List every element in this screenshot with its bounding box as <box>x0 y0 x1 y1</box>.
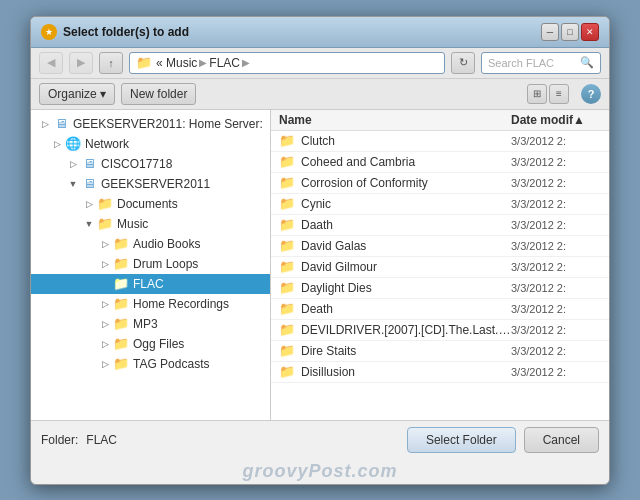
up-button[interactable]: ↑ <box>99 52 123 74</box>
tree-item-cisco[interactable]: ▷ 🖥 CISCO17718 <box>31 154 270 174</box>
view-buttons: ⊞ ≡ ? <box>527 84 601 104</box>
breadcrumb: « Music ▶ FLAC ▶ <box>156 56 250 70</box>
tree-label-mp3: MP3 <box>133 317 158 331</box>
col-date-header[interactable]: Date modif▲ <box>511 113 601 127</box>
tree-item-homerecordings[interactable]: ▷ 📁 Home Recordings <box>31 294 270 314</box>
cisco-icon: 🖥 <box>81 156 97 172</box>
organize-button[interactable]: Organize ▾ <box>39 83 115 105</box>
tree-item-documents[interactable]: ▷ 📁 Documents <box>31 194 270 214</box>
tree-item-flac[interactable]: 📁 FLAC <box>31 274 270 294</box>
action-bar: Organize ▾ New folder ⊞ ≡ ? <box>31 79 609 110</box>
folder-icon: 📁 <box>279 322 295 338</box>
file-name: Daath <box>301 218 511 232</box>
folder-icon: 📁 <box>279 238 295 254</box>
cancel-button[interactable]: Cancel <box>524 427 599 453</box>
flac-folder-icon: 📁 <box>113 276 129 292</box>
file-name: DEVILDRIVER.[2007].[CD].The.Last.Kind...… <box>301 323 511 337</box>
list-item[interactable]: 📁 David Gilmour 3/3/2012 2: <box>271 257 609 278</box>
tree-label-drumloops: Drum Loops <box>133 257 198 271</box>
list-item[interactable]: 📁 DEVILDRIVER.[2007].[CD].The.Last.Kind.… <box>271 320 609 341</box>
list-item[interactable]: 📁 Dire Staits 3/3/2012 2: <box>271 341 609 362</box>
tree-item-geekserver[interactable]: ▼ 🖥 GEEKSERVER2011 <box>31 174 270 194</box>
search-placeholder: Search FLAC <box>488 57 554 69</box>
file-list-header: Name Date modif▲ <box>271 110 609 131</box>
list-item[interactable]: 📁 Coheed and Cambria 3/3/2012 2: <box>271 152 609 173</box>
folder-icon: 📁 <box>279 343 295 359</box>
documents-expand: ▷ <box>83 198 95 210</box>
file-date: 3/3/2012 2: <box>511 156 601 168</box>
mp3-expand: ▷ <box>99 318 111 330</box>
back-button[interactable]: ◀ <box>39 52 63 74</box>
forward-button[interactable]: ▶ <box>69 52 93 74</box>
bottom-bar: Folder: FLAC Select Folder Cancel <box>31 420 609 459</box>
list-item[interactable]: 📁 Corrosion of Conformity 3/3/2012 2: <box>271 173 609 194</box>
folder-icon: 📁 <box>279 280 295 296</box>
list-item[interactable]: 📁 Cynic 3/3/2012 2: <box>271 194 609 215</box>
list-item[interactable]: 📁 Death 3/3/2012 2: <box>271 299 609 320</box>
dialog-window: ★ Select folder(s) to add ─ □ ✕ ◀ ▶ ↑ 📁 … <box>30 16 610 485</box>
tree-label-network: Network <box>85 137 129 151</box>
music-expand: ▼ <box>83 218 95 230</box>
help-button[interactable]: ? <box>581 84 601 104</box>
tree-label-homerecordings: Home Recordings <box>133 297 229 311</box>
view-grid-button[interactable]: ⊞ <box>527 84 547 104</box>
list-item[interactable]: 📁 Daath 3/3/2012 2: <box>271 215 609 236</box>
file-name: Cynic <box>301 197 511 211</box>
list-item[interactable]: 📁 David Galas 3/3/2012 2: <box>271 236 609 257</box>
tree-item-drumloops[interactable]: ▷ 📁 Drum Loops <box>31 254 270 274</box>
col-name-header[interactable]: Name <box>279 113 511 127</box>
tagpodcasts-expand: ▷ <box>99 358 111 370</box>
file-name: Dire Staits <box>301 344 511 358</box>
search-icon[interactable]: 🔍 <box>580 56 594 69</box>
tree-root[interactable]: ▷ 🖥 GEEKSERVER2011: Home Server: <box>31 114 270 134</box>
drumloops-folder-icon: 📁 <box>113 256 129 272</box>
new-folder-button[interactable]: New folder <box>121 83 196 105</box>
main-content: ▷ 🖥 GEEKSERVER2011: Home Server: ▷ 🌐 Net… <box>31 110 609 420</box>
network-icon: 🌐 <box>65 136 81 152</box>
breadcrumb-music: « Music <box>156 56 197 70</box>
root-expand: ▷ <box>39 118 51 130</box>
file-name: Death <box>301 302 511 316</box>
folder-icon: 📁 <box>279 301 295 317</box>
file-name: Disillusion <box>301 365 511 379</box>
breadcrumb-flac: FLAC <box>209 56 240 70</box>
tree-item-oggfiles[interactable]: ▷ 📁 Ogg Files <box>31 334 270 354</box>
search-box[interactable]: Search FLAC 🔍 <box>481 52 601 74</box>
address-bar[interactable]: 📁 « Music ▶ FLAC ▶ <box>129 52 445 74</box>
view-list-button[interactable]: ≡ <box>549 84 569 104</box>
homerecordings-expand: ▷ <box>99 298 111 310</box>
minimize-button[interactable]: ─ <box>541 23 559 41</box>
close-button[interactable]: ✕ <box>581 23 599 41</box>
list-item[interactable]: 📁 Daylight Dies 3/3/2012 2: <box>271 278 609 299</box>
folder-value: FLAC <box>86 433 117 447</box>
folder-icon: 📁 <box>279 133 295 149</box>
title-controls: ─ □ ✕ <box>541 23 599 41</box>
select-folder-button[interactable]: Select Folder <box>407 427 516 453</box>
tree-item-audiobooks[interactable]: ▷ 📁 Audio Books <box>31 234 270 254</box>
file-name: David Galas <box>301 239 511 253</box>
tree-label-cisco: CISCO17718 <box>101 157 172 171</box>
tree-item-music[interactable]: ▼ 📁 Music <box>31 214 270 234</box>
address-folder-icon: 📁 <box>136 55 152 70</box>
refresh-button[interactable]: ↻ <box>451 52 475 74</box>
flac-expand <box>99 278 111 290</box>
tree-item-mp3[interactable]: ▷ 📁 MP3 <box>31 314 270 334</box>
documents-folder-icon: 📁 <box>97 196 113 212</box>
file-date: 3/3/2012 2: <box>511 240 601 252</box>
folder-icon: 📁 <box>279 259 295 275</box>
maximize-button[interactable]: □ <box>561 23 579 41</box>
file-date: 3/3/2012 2: <box>511 366 601 378</box>
title-bar-left: ★ Select folder(s) to add <box>41 24 189 40</box>
file-date: 3/3/2012 2: <box>511 261 601 273</box>
list-item[interactable]: 📁 Clutch 3/3/2012 2: <box>271 131 609 152</box>
file-name: Clutch <box>301 134 511 148</box>
tagpodcasts-folder-icon: 📁 <box>113 356 129 372</box>
list-item[interactable]: 📁 Disillusion 3/3/2012 2: <box>271 362 609 383</box>
tree-item-network[interactable]: ▷ 🌐 Network <box>31 134 270 154</box>
file-name: Coheed and Cambria <box>301 155 511 169</box>
button-row: Select Folder Cancel <box>407 427 599 453</box>
folder-icon: 📁 <box>279 154 295 170</box>
oggfiles-expand: ▷ <box>99 338 111 350</box>
tree-item-tagpodcasts[interactable]: ▷ 📁 TAG Podcasts <box>31 354 270 374</box>
geekserver-expand: ▼ <box>67 178 79 190</box>
